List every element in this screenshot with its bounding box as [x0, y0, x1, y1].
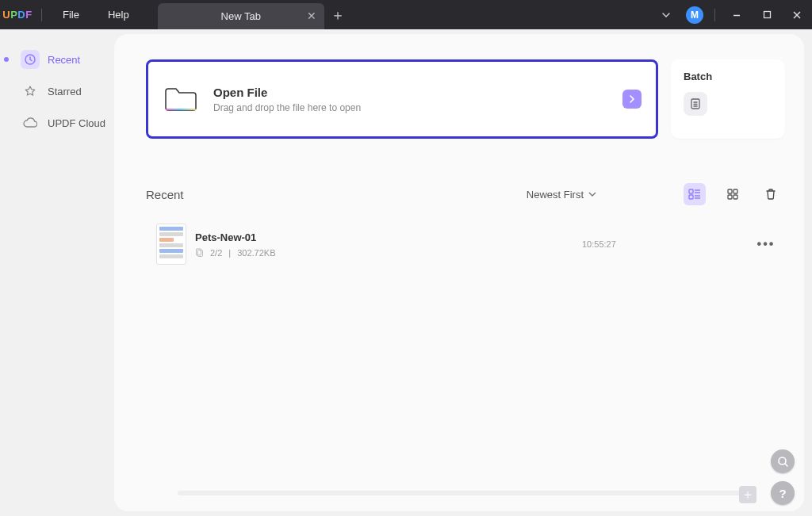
- search-fab[interactable]: [771, 449, 795, 473]
- file-size: 302.72KB: [237, 248, 275, 258]
- divider: [41, 9, 42, 21]
- batch-title: Batch: [684, 71, 772, 82]
- svg-rect-4: [689, 189, 693, 193]
- view-list-button[interactable]: [684, 183, 706, 205]
- folder-icon: [163, 83, 199, 115]
- open-file-subtitle: Drag and drop the file here to open: [213, 102, 608, 113]
- sidebar-item-cloud[interactable]: UPDF Cloud: [17, 110, 109, 136]
- chevron-down-icon: [588, 191, 596, 197]
- meta-divider: |: [228, 248, 231, 258]
- delete-button[interactable]: [760, 183, 782, 205]
- horizontal-scrollbar[interactable]: [178, 491, 741, 495]
- clock-icon: [21, 50, 40, 69]
- app-logo: UPDF: [0, 9, 35, 21]
- sidebar-item-recent[interactable]: Recent: [17, 47, 109, 72]
- sort-label: Newest First: [527, 189, 584, 201]
- file-row[interactable]: Pets-New-01 2/2 | 302.72KB 10:55:27 •••: [146, 220, 785, 269]
- file-time: 10:55:27: [582, 239, 741, 249]
- batch-card: Batch: [671, 59, 785, 139]
- close-icon[interactable]: ✕: [307, 10, 316, 22]
- svg-rect-8: [728, 195, 732, 199]
- divider: [714, 9, 715, 21]
- batch-button[interactable]: [684, 92, 707, 116]
- tab-label: New Tab: [221, 10, 261, 22]
- more-icon[interactable]: •••: [750, 237, 782, 251]
- sort-dropdown[interactable]: Newest First: [527, 189, 596, 201]
- avatar[interactable]: M: [686, 6, 703, 24]
- search-icon: [777, 456, 789, 468]
- svg-rect-5: [689, 195, 693, 199]
- open-file-card[interactable]: Open File Drag and drop the file here to…: [146, 59, 658, 139]
- trash-icon: [765, 188, 776, 201]
- sidebar-indicator: [0, 29, 13, 516]
- window-maximize-button[interactable]: [752, 0, 782, 29]
- window-close-button[interactable]: [782, 0, 812, 29]
- svg-rect-6: [728, 189, 732, 193]
- cloud-icon: [21, 113, 40, 132]
- sidebar-item-label: Recent: [48, 54, 80, 66]
- menu-help[interactable]: Help: [94, 9, 144, 21]
- svg-rect-2: [166, 109, 196, 110]
- svg-rect-9: [733, 195, 737, 199]
- tab-add-button[interactable]: ＋: [324, 6, 351, 25]
- chevron-right-icon[interactable]: [622, 90, 642, 109]
- file-pages: 2/2: [210, 248, 222, 258]
- view-grid-button[interactable]: [722, 183, 744, 205]
- help-fab[interactable]: ?: [771, 481, 795, 505]
- sidebar-item-label: UPDF Cloud: [48, 117, 105, 129]
- section-title-recent: Recent: [146, 188, 527, 201]
- question-icon: ?: [779, 487, 786, 500]
- window-minimize-button[interactable]: [722, 0, 752, 29]
- sidebar: Recent Starred UPDF Cloud: [13, 29, 114, 516]
- add-icon[interactable]: ＋: [739, 486, 756, 503]
- pages-icon: [195, 248, 204, 257]
- star-icon: [21, 82, 40, 101]
- file-name: Pets-New-01: [195, 231, 573, 243]
- title-bar: UPDF File Help New Tab ✕ ＋ M: [0, 0, 812, 29]
- open-file-title: Open File: [213, 86, 608, 99]
- document-icon: [689, 97, 702, 110]
- svg-rect-0: [764, 12, 770, 18]
- sidebar-item-label: Starred: [48, 86, 82, 97]
- chevron-down-icon[interactable]: [651, 0, 681, 29]
- sidebar-item-starred[interactable]: Starred: [17, 78, 109, 104]
- tab-new[interactable]: New Tab ✕: [158, 3, 324, 29]
- svg-rect-7: [733, 189, 737, 193]
- file-thumbnail: [157, 224, 186, 264]
- menu-file[interactable]: File: [48, 9, 94, 21]
- content-area: Open File Drag and drop the file here to…: [114, 34, 804, 511]
